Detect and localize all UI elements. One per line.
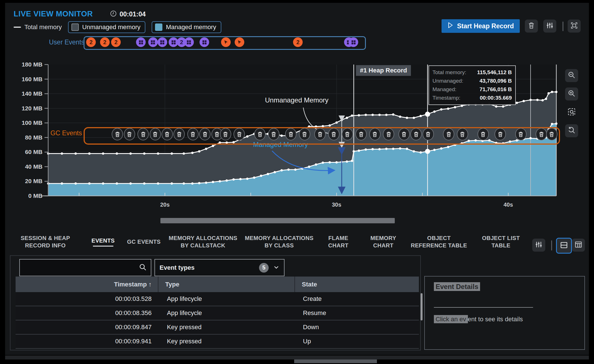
- event-table-row[interactable]: 00:00:09.941Key pressedUp: [16, 335, 419, 349]
- gc-event-trash-icon[interactable]: [285, 128, 296, 140]
- x-axis-tick-label: 30s: [325, 202, 348, 208]
- hover-dot-managed: [425, 149, 430, 154]
- zoom-out-button[interactable]: [565, 69, 578, 82]
- gc-event-trash-icon[interactable]: [328, 128, 340, 140]
- managed-swatch: [155, 23, 162, 31]
- header-divider: [563, 22, 563, 31]
- event-table-row[interactable]: 00:00:08.356App lifecycleResume: [16, 306, 419, 320]
- zoom-out-icon: [568, 71, 576, 80]
- zoom-reset-button[interactable]: [565, 124, 578, 137]
- key-event-icon[interactable]: [349, 37, 358, 47]
- gc-event-trash-icon[interactable]: [423, 128, 434, 140]
- key-event-icon[interactable]: [184, 37, 194, 47]
- tab-memory-allocations-by-class[interactable]: MEMORY ALLOCATIONS BY CLASS: [244, 234, 315, 249]
- chart-legend: Total memory Unmanaged memory Managed me…: [14, 21, 221, 33]
- gc-event-trash-icon[interactable]: [410, 128, 422, 140]
- tab-gc-events[interactable]: GC EVENTS: [126, 238, 162, 245]
- bottom-tab-bar: SESSION & HEAP RECORD INFOEVENTSGC EVENT…: [10, 228, 529, 255]
- layout-rows-icon: [560, 241, 568, 250]
- tab-events[interactable]: EVENTS: [86, 237, 120, 247]
- chart-settings-button[interactable]: [543, 20, 556, 33]
- gc-event-trash-icon[interactable]: [398, 128, 410, 140]
- y-axis-tick-label: 100 MB: [9, 119, 43, 126]
- tab-memory-allocations-by-callstack[interactable]: MEMORY ALLOCATIONS BY CALLSTACK: [167, 234, 238, 249]
- unmanaged-memory-annotation: Unmanaged Memory: [265, 96, 328, 104]
- gc-event-trash-icon[interactable]: [314, 128, 326, 140]
- tooltip-row: Total memory:115,546,112 B: [432, 68, 512, 77]
- y-axis-tick-label: 160 MB: [9, 76, 43, 83]
- gc-event-trash-icon[interactable]: [546, 128, 557, 140]
- gc-event-trash-icon[interactable]: [299, 128, 310, 140]
- key-event-icon[interactable]: [158, 37, 167, 47]
- touch-event-icon[interactable]: 2: [100, 37, 110, 47]
- zoom-selection-button[interactable]: [565, 106, 578, 119]
- event-table-row[interactable]: 00:00:03.528App lifecycleCreate: [16, 292, 419, 306]
- x-axis-tick-label: 20s: [154, 202, 176, 208]
- gc-event-trash-icon[interactable]: [478, 128, 489, 140]
- fullscreen-icon: [570, 22, 578, 30]
- column-header-timestamp[interactable]: Timestamp ↑: [16, 281, 158, 288]
- event-table-row[interactable]: 00:00:09.847Key pressedDown: [16, 320, 419, 335]
- tooltip-row: Unmanaged:43,780,096 B: [432, 77, 512, 85]
- tab-object-reference-table[interactable]: OBJECT REFERENCE TABLE: [410, 234, 468, 249]
- heap-record-marker-label[interactable]: #1 Heap Record: [356, 65, 411, 76]
- tabbar-divider: [551, 240, 552, 250]
- gc-event-trash-icon[interactable]: [495, 128, 506, 140]
- gc-event-trash-icon[interactable]: [137, 128, 149, 140]
- clear-session-button[interactable]: [525, 20, 538, 33]
- gc-event-trash-icon[interactable]: [515, 128, 527, 140]
- gc-event-trash-icon[interactable]: [268, 128, 279, 140]
- session-time: 00:01:04: [120, 10, 146, 18]
- event-types-dropdown[interactable]: Event types 5: [154, 259, 285, 276]
- gc-event-trash-icon[interactable]: [150, 128, 161, 140]
- search-icon[interactable]: [139, 263, 151, 272]
- gc-event-trash-icon[interactable]: [220, 128, 231, 140]
- gc-event-trash-icon[interactable]: [124, 128, 135, 140]
- events-table-header: Timestamp ↑ Type State: [16, 277, 419, 292]
- bottom-scrollbar-fragment[interactable]: [294, 359, 377, 363]
- legend-total-memory[interactable]: Total memory: [14, 23, 62, 31]
- column-header-state[interactable]: State: [294, 277, 419, 292]
- cursor-event-icon[interactable]: [221, 37, 231, 47]
- details-divider: [434, 307, 533, 308]
- layout-rows-button[interactable]: [556, 238, 572, 254]
- sliders-icon: [535, 241, 542, 249]
- live-view-monitor-panel: LIVE VIEW MONITOR 00:01:04 Total memory …: [5, 3, 589, 355]
- gc-event-trash-icon[interactable]: [457, 128, 468, 140]
- x-axis-tick-label: 40s: [497, 202, 519, 208]
- gc-event-trash-icon[interactable]: [369, 128, 381, 140]
- event-details-hint: Click an event to see its details: [434, 316, 523, 323]
- table-settings-button[interactable]: [532, 239, 545, 252]
- key-event-icon[interactable]: [136, 37, 146, 47]
- y-axis-tick-label: 0 MB: [9, 192, 43, 199]
- zoom-in-button[interactable]: [565, 87, 578, 100]
- event-search-input[interactable]: [20, 260, 139, 276]
- zoom-selection-icon: [567, 108, 576, 117]
- tab-object-list-table[interactable]: OBJECT LIST TABLE: [473, 234, 529, 249]
- tab-session-heap-record-info[interactable]: SESSION & HEAP RECORD INFO: [10, 234, 81, 249]
- gc-event-trash-icon[interactable]: [254, 128, 266, 140]
- start-heap-record-button[interactable]: Start Heap Record: [442, 19, 520, 33]
- y-axis-tick-label: 80 MB: [9, 134, 43, 141]
- events-table-scrollbar[interactable]: [421, 293, 423, 320]
- column-header-type[interactable]: Type: [158, 277, 294, 292]
- legend-unmanaged-memory-toggle[interactable]: Unmanaged memory: [68, 21, 145, 33]
- trash-icon: [528, 22, 535, 30]
- gc-event-trash-icon[interactable]: [342, 128, 353, 140]
- tab-memory-chart[interactable]: MEMORY CHART: [362, 234, 405, 249]
- y-axis-tick-label: 140 MB: [9, 90, 43, 97]
- layout-grid-icon: [574, 241, 582, 250]
- gc-event-trash-icon[interactable]: [187, 128, 199, 140]
- key-event-icon[interactable]: [200, 37, 209, 47]
- gc-event-trash-icon[interactable]: [199, 128, 211, 140]
- tooltip-row: Timestamp:00:00:35.669: [432, 94, 512, 102]
- event-search-box: [19, 259, 151, 276]
- key-event-icon[interactable]: [148, 37, 158, 47]
- fullscreen-button[interactable]: [568, 20, 581, 33]
- legend-managed-memory-toggle[interactable]: Managed memory: [152, 21, 221, 33]
- layout-grid-button[interactable]: [572, 239, 585, 252]
- tab-flame-chart[interactable]: FLAME CHART: [320, 234, 357, 249]
- y-axis-tick-label: 60 MB: [9, 149, 43, 155]
- gc-event-trash-icon[interactable]: [162, 128, 173, 140]
- chart-horizontal-scrollbar[interactable]: [160, 218, 395, 223]
